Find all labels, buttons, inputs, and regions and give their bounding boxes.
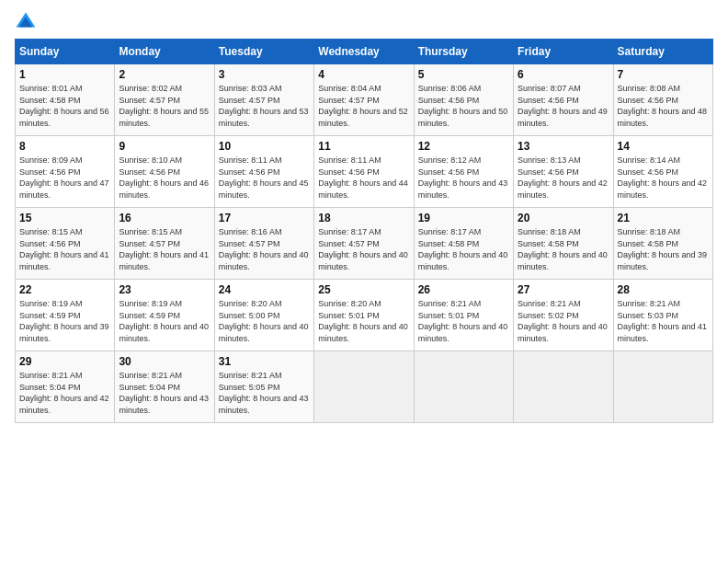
calendar-week-row: 15Sunrise: 8:15 AMSunset: 4:56 PMDayligh… bbox=[16, 208, 713, 280]
day-detail: Sunrise: 8:21 AMSunset: 5:02 PMDaylight:… bbox=[518, 299, 608, 343]
day-detail: Sunrise: 8:08 AMSunset: 4:56 PMDaylight:… bbox=[618, 84, 708, 128]
day-detail: Sunrise: 8:21 AMSunset: 5:01 PMDaylight:… bbox=[418, 299, 508, 343]
day-of-week-header: Saturday bbox=[613, 40, 712, 64]
day-detail: Sunrise: 8:06 AMSunset: 4:56 PMDaylight:… bbox=[418, 84, 508, 128]
calendar-day-cell: 1Sunrise: 8:01 AMSunset: 4:58 PMDaylight… bbox=[16, 64, 115, 136]
calendar-day-cell bbox=[414, 351, 513, 423]
day-number: 31 bbox=[219, 355, 310, 368]
day-number: 19 bbox=[418, 212, 509, 224]
day-detail: Sunrise: 8:01 AMSunset: 4:58 PMDaylight:… bbox=[19, 84, 109, 128]
calendar-day-cell: 9Sunrise: 8:10 AMSunset: 4:56 PMDaylight… bbox=[115, 136, 214, 208]
day-detail: Sunrise: 8:09 AMSunset: 4:56 PMDaylight:… bbox=[19, 155, 109, 200]
calendar-day-cell: 28Sunrise: 8:21 AMSunset: 5:03 PMDayligh… bbox=[613, 280, 712, 351]
day-of-week-header: Friday bbox=[514, 40, 613, 64]
day-detail: Sunrise: 8:17 AMSunset: 4:57 PMDaylight:… bbox=[318, 227, 408, 271]
day-detail: Sunrise: 8:21 AMSunset: 5:04 PMDaylight:… bbox=[19, 371, 109, 415]
calendar-day-cell bbox=[514, 351, 613, 423]
day-detail: Sunrise: 8:18 AMSunset: 4:58 PMDaylight:… bbox=[518, 227, 608, 271]
day-of-week-header: Wednesday bbox=[314, 40, 414, 64]
day-detail: Sunrise: 8:19 AMSunset: 4:59 PMDaylight:… bbox=[19, 299, 109, 343]
calendar-day-cell: 18Sunrise: 8:17 AMSunset: 4:57 PMDayligh… bbox=[314, 208, 414, 280]
day-number: 16 bbox=[119, 212, 210, 224]
header bbox=[15, 11, 713, 33]
day-detail: Sunrise: 8:13 AMSunset: 4:56 PMDaylight:… bbox=[518, 155, 608, 200]
day-number: 12 bbox=[418, 140, 509, 153]
day-detail: Sunrise: 8:21 AMSunset: 5:05 PMDaylight:… bbox=[219, 371, 309, 415]
calendar-day-cell bbox=[314, 351, 414, 423]
calendar-day-cell: 27Sunrise: 8:21 AMSunset: 5:02 PMDayligh… bbox=[514, 280, 613, 351]
day-number: 2 bbox=[119, 68, 210, 81]
calendar-body: 1Sunrise: 8:01 AMSunset: 4:58 PMDaylight… bbox=[16, 64, 713, 423]
day-detail: Sunrise: 8:14 AMSunset: 4:56 PMDaylight:… bbox=[618, 155, 708, 200]
calendar-day-cell: 22Sunrise: 8:19 AMSunset: 4:59 PMDayligh… bbox=[16, 280, 115, 351]
day-number: 23 bbox=[119, 283, 210, 296]
day-of-week-header: Thursday bbox=[414, 40, 513, 64]
day-number: 21 bbox=[618, 212, 709, 224]
calendar-day-cell: 26Sunrise: 8:21 AMSunset: 5:01 PMDayligh… bbox=[414, 280, 513, 351]
day-number: 5 bbox=[418, 68, 509, 81]
day-detail: Sunrise: 8:12 AMSunset: 4:56 PMDaylight:… bbox=[418, 155, 508, 200]
day-number: 3 bbox=[219, 68, 310, 81]
day-number: 6 bbox=[518, 68, 609, 81]
day-number: 27 bbox=[518, 283, 609, 296]
calendar-day-cell: 29Sunrise: 8:21 AMSunset: 5:04 PMDayligh… bbox=[16, 351, 115, 423]
calendar-day-cell: 21Sunrise: 8:18 AMSunset: 4:58 PMDayligh… bbox=[613, 208, 712, 280]
day-number: 13 bbox=[518, 140, 609, 153]
day-number: 11 bbox=[318, 140, 409, 153]
calendar-day-cell: 7Sunrise: 8:08 AMSunset: 4:56 PMDaylight… bbox=[613, 64, 712, 136]
day-number: 30 bbox=[119, 355, 210, 368]
day-number: 15 bbox=[19, 212, 110, 224]
day-detail: Sunrise: 8:18 AMSunset: 4:58 PMDaylight:… bbox=[618, 227, 708, 271]
day-of-week-header: Sunday bbox=[16, 40, 115, 64]
day-number: 9 bbox=[119, 140, 210, 153]
calendar-day-cell: 4Sunrise: 8:04 AMSunset: 4:57 PMDaylight… bbox=[314, 64, 414, 136]
calendar-day-cell: 19Sunrise: 8:17 AMSunset: 4:58 PMDayligh… bbox=[414, 208, 513, 280]
day-number: 20 bbox=[518, 212, 609, 224]
day-of-week-row: SundayMondayTuesdayWednesdayThursdayFrid… bbox=[16, 40, 713, 64]
day-number: 8 bbox=[19, 140, 110, 153]
day-of-week-header: Tuesday bbox=[214, 40, 313, 64]
calendar-week-row: 29Sunrise: 8:21 AMSunset: 5:04 PMDayligh… bbox=[16, 351, 713, 423]
day-detail: Sunrise: 8:21 AMSunset: 5:03 PMDaylight:… bbox=[618, 299, 708, 343]
calendar-day-cell bbox=[613, 351, 712, 423]
calendar-day-cell: 16Sunrise: 8:15 AMSunset: 4:57 PMDayligh… bbox=[115, 208, 214, 280]
calendar-day-cell: 23Sunrise: 8:19 AMSunset: 4:59 PMDayligh… bbox=[115, 280, 214, 351]
day-number: 25 bbox=[318, 283, 409, 296]
day-detail: Sunrise: 8:20 AMSunset: 5:01 PMDaylight:… bbox=[318, 299, 408, 343]
day-number: 17 bbox=[219, 212, 310, 224]
day-detail: Sunrise: 8:17 AMSunset: 4:58 PMDaylight:… bbox=[418, 227, 508, 271]
day-detail: Sunrise: 8:20 AMSunset: 5:00 PMDaylight:… bbox=[219, 299, 309, 343]
day-number: 24 bbox=[219, 283, 310, 296]
calendar-day-cell: 14Sunrise: 8:14 AMSunset: 4:56 PMDayligh… bbox=[613, 136, 712, 208]
day-of-week-header: Monday bbox=[115, 40, 214, 64]
calendar-day-cell: 20Sunrise: 8:18 AMSunset: 4:58 PMDayligh… bbox=[514, 208, 613, 280]
calendar-day-cell: 8Sunrise: 8:09 AMSunset: 4:56 PMDaylight… bbox=[16, 136, 115, 208]
calendar-day-cell: 25Sunrise: 8:20 AMSunset: 5:01 PMDayligh… bbox=[314, 280, 414, 351]
day-number: 7 bbox=[618, 68, 709, 81]
calendar-day-cell: 5Sunrise: 8:06 AMSunset: 4:56 PMDaylight… bbox=[414, 64, 513, 136]
day-detail: Sunrise: 8:11 AMSunset: 4:56 PMDaylight:… bbox=[318, 155, 408, 200]
day-detail: Sunrise: 8:04 AMSunset: 4:57 PMDaylight:… bbox=[318, 84, 408, 128]
calendar-week-row: 1Sunrise: 8:01 AMSunset: 4:58 PMDaylight… bbox=[16, 64, 713, 136]
calendar-day-cell: 31Sunrise: 8:21 AMSunset: 5:05 PMDayligh… bbox=[214, 351, 313, 423]
day-detail: Sunrise: 8:03 AMSunset: 4:57 PMDaylight:… bbox=[219, 84, 309, 128]
day-detail: Sunrise: 8:16 AMSunset: 4:57 PMDaylight:… bbox=[219, 227, 309, 271]
calendar-day-cell: 2Sunrise: 8:02 AMSunset: 4:57 PMDaylight… bbox=[115, 64, 214, 136]
logo bbox=[15, 11, 40, 33]
day-detail: Sunrise: 8:15 AMSunset: 4:56 PMDaylight:… bbox=[19, 227, 109, 271]
day-number: 28 bbox=[618, 283, 709, 296]
calendar-week-row: 22Sunrise: 8:19 AMSunset: 4:59 PMDayligh… bbox=[16, 280, 713, 351]
day-detail: Sunrise: 8:02 AMSunset: 4:57 PMDaylight:… bbox=[119, 84, 209, 128]
day-detail: Sunrise: 8:07 AMSunset: 4:56 PMDaylight:… bbox=[518, 84, 608, 128]
calendar-day-cell: 15Sunrise: 8:15 AMSunset: 4:56 PMDayligh… bbox=[16, 208, 115, 280]
day-detail: Sunrise: 8:15 AMSunset: 4:57 PMDaylight:… bbox=[119, 227, 209, 271]
day-number: 26 bbox=[418, 283, 509, 296]
calendar-day-cell: 11Sunrise: 8:11 AMSunset: 4:56 PMDayligh… bbox=[314, 136, 414, 208]
day-number: 1 bbox=[19, 68, 110, 81]
calendar-day-cell: 6Sunrise: 8:07 AMSunset: 4:56 PMDaylight… bbox=[514, 64, 613, 136]
day-number: 14 bbox=[618, 140, 709, 153]
day-detail: Sunrise: 8:21 AMSunset: 5:04 PMDaylight:… bbox=[119, 371, 209, 415]
day-detail: Sunrise: 8:10 AMSunset: 4:56 PMDaylight:… bbox=[119, 155, 209, 200]
day-detail: Sunrise: 8:19 AMSunset: 4:59 PMDaylight:… bbox=[119, 299, 209, 343]
calendar-day-cell: 13Sunrise: 8:13 AMSunset: 4:56 PMDayligh… bbox=[514, 136, 613, 208]
